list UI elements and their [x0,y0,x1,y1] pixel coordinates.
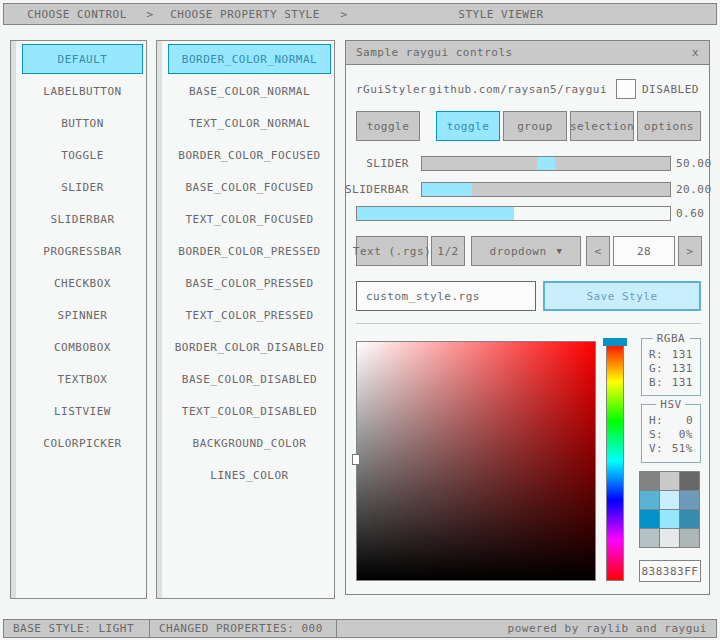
rgba-groupbox: RGBA R:131 G:131 B:131 [641,338,701,396]
property-item-border-color-focused[interactable]: BORDER_COLOR_FOCUSED [168,140,331,170]
property-item-text-color-pressed[interactable]: TEXT_COLOR_PRESSED [168,300,331,330]
dropdown-label: dropdown [490,245,547,258]
controls-list-scrollbar[interactable] [11,41,16,598]
color-picker-cursor[interactable] [352,454,360,465]
palette-swatch[interactable] [660,529,679,547]
r-label: R: [649,348,663,362]
disabled-checkbox-label: DISABLED [642,83,699,96]
property-item-text-color-focused[interactable]: TEXT_COLOR_FOCUSED [168,204,331,234]
spinner-decrement-button[interactable]: < [586,236,610,266]
close-icon[interactable]: x [692,46,699,59]
control-item-colorpicker[interactable]: COLORPICKER [22,428,143,458]
g-label: G: [649,362,663,376]
window-title: Sample raygui controls [356,46,513,59]
dropdown[interactable]: dropdown ▼ [471,236,581,266]
window-titlebar[interactable]: Sample raygui controls x [346,41,709,65]
palette-swatch[interactable] [680,529,699,547]
repo-link[interactable]: github.com/raysan5/raygui [429,83,607,96]
spinner-increment-button[interactable]: > [678,236,702,266]
hex-color-value[interactable]: 838383FF [639,560,701,582]
hue-bar[interactable] [606,341,624,581]
property-item-base-color-focused[interactable]: BASE_COLOR_FOCUSED [168,172,331,202]
palette-swatch[interactable] [660,491,679,509]
property-item-base-color-disabled[interactable]: BASE_COLOR_DISABLED [168,364,331,394]
property-item-text-color-disabled[interactable]: TEXT_COLOR_DISABLED [168,396,331,426]
property-item-base-color-pressed[interactable]: BASE_COLOR_PRESSED [168,268,331,298]
toggle-group-options[interactable]: options [637,111,701,141]
palette-swatch[interactable] [680,491,699,509]
filename-input[interactable]: custom_style.rgs [356,281,536,311]
palette-swatch[interactable] [640,529,659,547]
rgba-title: RGBA [653,332,690,345]
control-item-textbox[interactable]: TEXTBOX [22,364,143,394]
slider[interactable] [421,156,671,171]
disabled-checkbox[interactable] [616,79,636,99]
s-label: S: [649,428,663,442]
b-value: 131 [672,376,693,390]
sliderbar-fill [422,183,472,196]
control-item-default[interactable]: DEFAULT [22,44,143,74]
property-item-border-color-normal[interactable]: BORDER_COLOR_NORMAL [168,44,331,74]
hsv-groupbox: HSV H:0 S:0% V:51% [641,404,701,463]
palette-swatch[interactable] [640,491,659,509]
progressbar [356,206,671,221]
property-item-background-color[interactable]: BACKGROUND_COLOR [168,428,331,458]
status-base-style-text: BASE STYLE: LIGHT [13,622,134,635]
control-item-spinner[interactable]: SPINNER [22,300,143,330]
toggle-button[interactable]: toggle [356,111,420,141]
properties-list: BORDER_COLOR_NORMAL BASE_COLOR_NORMAL TE… [156,40,335,599]
sliderbar-value: 20.00 [676,182,712,197]
control-item-combobox[interactable]: COMBOBOX [22,332,143,362]
control-item-slider[interactable]: SLIDER [22,172,143,202]
spinner-value[interactable]: 28 [613,236,675,266]
property-item-text-color-normal[interactable]: TEXT_COLOR_NORMAL [168,108,331,138]
save-style-button[interactable]: Save Style [543,281,701,311]
text-rgs-button[interactable]: Text (.rgs) [356,236,428,266]
status-bar: BASE STYLE: LIGHT CHANGED PROPERTIES: 00… [3,619,717,638]
breadcrumb-choose-control: CHOOSE CONTROL [27,8,127,21]
chevron-right-icon: > [340,8,347,21]
control-item-sliderbar[interactable]: SLIDERBAR [22,204,143,234]
v-value: 51% [672,442,693,456]
chevron-right-icon: > [146,8,153,21]
half-button[interactable]: 1/2 [431,236,465,266]
control-item-listview[interactable]: LISTVIEW [22,396,143,426]
status-changed-properties: CHANGED PROPERTIES: 000 [149,619,337,638]
s-value: 0% [679,428,693,442]
control-item-labelbutton[interactable]: LABELBUTTON [22,76,143,106]
sliderbar[interactable] [421,182,671,197]
hue-bar-cursor[interactable] [603,338,627,346]
properties-list-scrollbar[interactable] [157,41,162,598]
control-item-toggle[interactable]: TOGGLE [22,140,143,170]
brand-label: rGuiStyler [356,83,427,96]
slider-label: SLIDER [366,156,409,171]
palette-swatch[interactable] [660,510,679,528]
palette-swatch[interactable] [680,510,699,528]
r-value: 131 [672,348,693,362]
progressbar-value: 0.60 [676,206,705,221]
color-picker-sv-area[interactable] [356,341,596,581]
property-item-border-color-pressed[interactable]: BORDER_COLOR_PRESSED [168,236,331,266]
rguistyler-app: CHOOSE CONTROL > CHOOSE PROPERTY STYLE >… [0,0,720,640]
slider-handle[interactable] [537,157,555,170]
property-item-border-color-disabled[interactable]: BORDER_COLOR_DISABLED [168,332,331,362]
property-item-lines-color[interactable]: LINES_COLOR [168,460,331,490]
progressbar-fill [357,207,514,220]
toggle-group-toggle[interactable]: toggle [436,111,500,141]
g-value: 131 [672,362,693,376]
palette-swatch[interactable] [640,472,659,490]
h-label: H: [649,414,663,428]
control-item-progressbar[interactable]: PROGRESSBAR [22,236,143,266]
palette-swatch[interactable] [680,472,699,490]
palette-swatch[interactable] [660,472,679,490]
property-item-base-color-normal[interactable]: BASE_COLOR_NORMAL [168,76,331,106]
style-color-palette [639,471,700,548]
control-item-button[interactable]: BUTTON [22,108,143,138]
breadcrumb-bar: CHOOSE CONTROL > CHOOSE PROPERTY STYLE >… [3,3,717,25]
toggle-group-group[interactable]: group [503,111,567,141]
toggle-group-selection[interactable]: selection [570,111,634,141]
sliderbar-label: SLIDERBAR [345,182,409,197]
palette-swatch[interactable] [640,510,659,528]
style-viewer-window: Sample raygui controls x rGuiStyler gith… [345,40,710,595]
control-item-checkbox[interactable]: CHECKBOX [22,268,143,298]
